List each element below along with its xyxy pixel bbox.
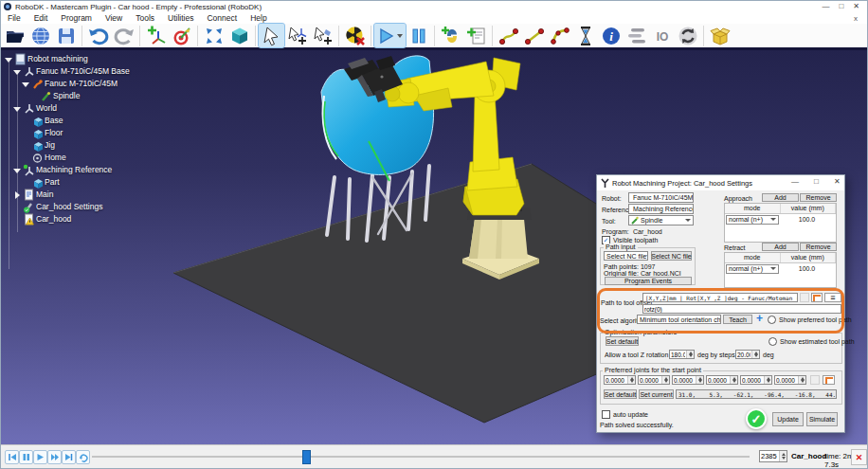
set-io-instruction-icon[interactable]: IO [649, 24, 675, 47]
joint-2-spinner[interactable] [638, 375, 670, 385]
joint-5-field[interactable] [741, 376, 764, 384]
joint-1-spinner[interactable] [604, 375, 636, 385]
frame-field[interactable] [760, 451, 779, 461]
joint-3-field[interactable] [673, 376, 696, 384]
tree-item-car-hood-settings[interactable]: Car_hood Settings [1, 201, 219, 213]
offset-value-field[interactable] [643, 305, 841, 313]
spin-arrows-icon[interactable] [686, 351, 694, 358]
move-tool-icon[interactable] [310, 24, 335, 47]
tree-item-fanuc-base[interactable]: Fanuc M-710iC/45M Base [1, 65, 219, 78]
update-program-icon[interactable] [675, 24, 700, 47]
tree-item-fanuc-robot[interactable]: Fanuc M-710iC/45M [1, 78, 219, 90]
menu-view[interactable]: View [99, 13, 129, 23]
show-message-instruction-icon[interactable]: i [598, 24, 624, 47]
add-preferred-path-icon[interactable]: + [756, 312, 763, 325]
tree-item-floor[interactable]: Floor [1, 127, 219, 139]
add-program-icon[interactable] [463, 24, 489, 47]
spin-arrows-icon[interactable] [751, 351, 759, 358]
joint-3-spinner[interactable] [672, 375, 704, 385]
save-station-icon[interactable] [53, 24, 79, 47]
move-linear-instruction-icon[interactable] [521, 24, 547, 47]
current-joints-combo[interactable]: 31.0, 5.3, -62.1, -96.4, -16.8, 44.0 [676, 389, 837, 399]
loop-playback-icon[interactable] [76, 450, 90, 464]
expander-open-icon[interactable] [22, 81, 29, 88]
auto-update-checkbox[interactable]: auto update [602, 410, 648, 419]
joint-1-field[interactable] [605, 376, 627, 384]
expander-open-icon[interactable] [13, 68, 21, 76]
add-python-program-icon[interactable] [438, 24, 463, 47]
spin-arrows-icon[interactable] [661, 376, 669, 384]
tree-item-part[interactable]: Part [1, 176, 219, 189]
dialog-title-bar[interactable]: Robot Machining Project: Car_hood Settin… [597, 175, 844, 190]
approach-add-button[interactable]: Add [762, 193, 799, 202]
simulate-play-icon[interactable] [374, 24, 406, 47]
tool-combo[interactable]: Spindle [628, 215, 694, 225]
tree-item-main[interactable]: Main [1, 189, 219, 201]
title-bar[interactable]: RoboDK - Mastercam Plugin - Car hood - E… [1, 1, 867, 12]
dialog-close-icon[interactable]: ✕ [834, 177, 841, 186]
retract-mode-combo[interactable]: normal (n+) [726, 264, 779, 274]
spin-arrows-icon[interactable] [764, 376, 771, 384]
simulation-slider-thumb[interactable] [302, 450, 311, 464]
maximize-icon[interactable]: □ [839, 2, 843, 11]
menu-program[interactable]: Program [54, 13, 99, 23]
pause-playback-icon[interactable] [19, 450, 33, 464]
menu-connect[interactable]: Connect [200, 13, 244, 23]
skip-to-end-icon[interactable] [62, 450, 76, 464]
menu-utilities[interactable]: Utilities [161, 13, 200, 23]
show-estimated-toolpath-radio[interactable]: Show estimated tool path [769, 337, 855, 346]
tree-item-base[interactable]: Base [1, 115, 219, 127]
offset-value-input[interactable] [642, 304, 841, 314]
joints-set-current-button[interactable]: Set current [639, 389, 674, 399]
joint-4-field[interactable] [707, 376, 730, 384]
stop-close-icon[interactable]: ✕ [851, 449, 867, 465]
redo-icon[interactable] [111, 24, 136, 47]
menu-file[interactable]: File [1, 13, 27, 23]
pause-instruction-icon[interactable] [572, 24, 598, 47]
retract-value-cell[interactable]: 100.0 [778, 265, 836, 272]
document-close-icon[interactable]: x [854, 14, 867, 23]
pause-simulation-icon[interactable] [406, 24, 431, 47]
export-simulation-icon[interactable] [707, 24, 732, 47]
expander-open-icon[interactable] [13, 167, 21, 174]
program-events-button[interactable]: Program Events [605, 277, 692, 285]
retract-add-button[interactable]: Add [762, 243, 799, 251]
menu-help[interactable]: Help [244, 13, 273, 23]
update-button[interactable]: Update [772, 412, 804, 426]
dialog-maximize-icon[interactable]: □ [814, 177, 819, 186]
expander-closed-icon[interactable] [13, 191, 21, 199]
play-playback-icon[interactable] [33, 450, 47, 464]
undo-icon[interactable] [85, 24, 111, 47]
joint-6-field[interactable] [775, 376, 798, 384]
joint-2-field[interactable] [639, 376, 661, 384]
spin-arrows-icon[interactable] [798, 376, 805, 384]
approach-remove-button[interactable]: Remove [800, 193, 837, 202]
step-size-spinner[interactable] [735, 350, 760, 359]
tree-item-machining-reference[interactable]: Machining Reference [1, 164, 219, 176]
move-reference-icon[interactable] [284, 24, 310, 47]
set-speed-instruction-icon[interactable] [624, 24, 649, 47]
add-reference-frame-icon[interactable] [143, 24, 169, 47]
open-station-icon[interactable] [2, 24, 27, 47]
select-nc-file-button[interactable]: Select NC file [651, 251, 692, 261]
spin-arrows-icon[interactable] [696, 376, 703, 384]
simulation-slider-track[interactable] [92, 456, 750, 458]
skip-to-start-icon[interactable] [5, 450, 19, 464]
play-dropdown-icon[interactable] [397, 34, 403, 38]
fast-forward-icon[interactable] [47, 450, 62, 464]
offset-format-combo[interactable]: [X,Y,Z]mm | Rot[X,Y ,Z ]deg - Fanuc/Moto… [642, 293, 798, 302]
tree-item-world[interactable]: World [1, 102, 219, 115]
close-icon[interactable]: ✕ [853, 2, 859, 11]
retract-remove-button[interactable]: Remove [800, 243, 837, 251]
online-library-icon[interactable] [27, 24, 53, 47]
tree-item-spindle[interactable]: Spindle [1, 90, 219, 102]
add-target-icon[interactable] [169, 24, 194, 47]
robot-combo[interactable]: Fanuc M-710iC/45M [628, 192, 694, 203]
select-cursor-icon[interactable] [259, 24, 284, 47]
joint-5-spinner[interactable] [740, 375, 772, 385]
spin-arrows-icon[interactable] [779, 451, 787, 461]
rotation-limit-spinner[interactable] [669, 350, 695, 359]
simulate-button[interactable]: Simulate [806, 412, 838, 426]
spin-arrows-icon[interactable] [730, 376, 737, 384]
joint-6-spinner[interactable] [774, 375, 806, 385]
